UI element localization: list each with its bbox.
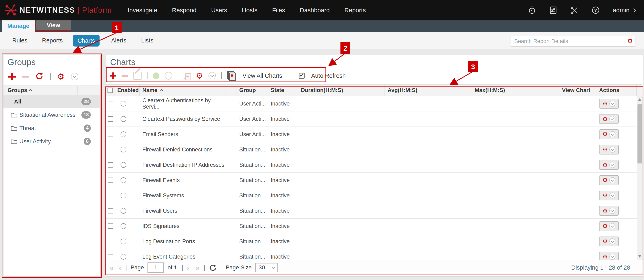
tab-view[interactable]: View bbox=[36, 20, 71, 30]
first-page-button[interactable]: « bbox=[110, 264, 113, 272]
chart-name[interactable]: Firewall Events bbox=[140, 177, 226, 184]
row-actions-button[interactable]: ⚙ bbox=[599, 130, 619, 139]
tab-manage[interactable]: Manage bbox=[2, 20, 35, 32]
row-actions-button[interactable]: ⚙ bbox=[599, 206, 619, 216]
chart-name[interactable]: Firewall Systems bbox=[140, 192, 226, 199]
column-header-avg[interactable]: Avg(H:M:S) bbox=[385, 84, 472, 96]
chart-table-row[interactable]: Firewall Users Situation... Inactive ⚙ bbox=[106, 203, 637, 218]
chevron-down-icon[interactable] bbox=[208, 72, 216, 80]
group-row-all[interactable]: All 28 bbox=[4, 95, 100, 108]
column-header-max[interactable]: Max(H:M:S) bbox=[472, 84, 559, 96]
column-header-actions[interactable]: Actions bbox=[596, 84, 637, 96]
page-size-select[interactable]: 30 bbox=[256, 263, 278, 272]
row-checkbox[interactable] bbox=[108, 162, 113, 168]
row-checkbox[interactable] bbox=[108, 239, 113, 244]
column-header-group[interactable]: Group bbox=[236, 84, 268, 96]
help-icon[interactable]: ? bbox=[592, 6, 600, 14]
column-header-view-chart[interactable]: View Chart bbox=[559, 84, 596, 96]
enabled-radio[interactable] bbox=[120, 162, 126, 168]
enabled-radio[interactable] bbox=[120, 132, 126, 137]
scroll-down-arrow[interactable] bbox=[638, 255, 641, 258]
row-actions-button[interactable]: ⚙ bbox=[599, 160, 619, 170]
groups-column-header[interactable]: Groups bbox=[4, 86, 100, 95]
user-menu[interactable]: admin bbox=[613, 7, 636, 14]
chart-table-row[interactable]: Cleartext Authentications by Servi... Us… bbox=[106, 96, 637, 112]
enabled-radio[interactable] bbox=[120, 223, 126, 229]
group-row[interactable]: User Activity 6 bbox=[4, 135, 100, 148]
scroll-up-arrow[interactable] bbox=[638, 98, 641, 101]
chart-table-row[interactable]: Firewall Denied Connections Situation...… bbox=[106, 142, 637, 157]
row-actions-button[interactable]: ⚙ bbox=[599, 252, 619, 260]
disable-chart-button[interactable] bbox=[164, 72, 172, 80]
edit-chart-button[interactable] bbox=[134, 72, 142, 80]
row-checkbox[interactable] bbox=[108, 254, 113, 260]
row-checkbox[interactable] bbox=[108, 147, 113, 152]
row-actions-button[interactable]: ⚙ bbox=[599, 175, 619, 185]
chart-name[interactable]: Firewall Denied Connections bbox=[140, 146, 226, 153]
enabled-radio[interactable] bbox=[120, 101, 126, 106]
timer-icon[interactable] bbox=[528, 6, 536, 14]
view-all-charts-icon[interactable] bbox=[227, 71, 236, 80]
select-all-checkbox[interactable] bbox=[108, 88, 113, 93]
subtab-lists[interactable]: Lists bbox=[141, 32, 154, 50]
row-checkbox[interactable] bbox=[108, 116, 113, 122]
add-group-button[interactable] bbox=[8, 73, 16, 80]
nav-item[interactable]: Files bbox=[272, 7, 285, 14]
column-header-duration[interactable]: Duration(H:M:S) bbox=[298, 84, 385, 96]
auto-refresh-checkbox[interactable] bbox=[299, 73, 304, 78]
chart-table-row[interactable]: Log Event Categories Situation... Inacti… bbox=[106, 249, 637, 260]
row-checkbox[interactable] bbox=[108, 224, 113, 229]
duplicate-chart-button[interactable] bbox=[184, 72, 190, 80]
row-checkbox[interactable] bbox=[108, 178, 113, 183]
search-gear-icon[interactable]: ⚙ bbox=[627, 38, 633, 44]
row-actions-button[interactable]: ⚙ bbox=[599, 99, 619, 108]
page-number-input[interactable] bbox=[148, 262, 164, 273]
subtab-charts-active[interactable]: Charts bbox=[73, 35, 100, 46]
row-checkbox[interactable] bbox=[108, 132, 113, 137]
chart-name[interactable]: Cleartext Passwords by Service bbox=[140, 116, 226, 122]
add-chart-button[interactable] bbox=[110, 72, 116, 79]
charts-gear-icon[interactable]: ⚙ bbox=[196, 72, 203, 80]
chart-table-row[interactable]: Cleartext Passwords by Service User Acti… bbox=[106, 112, 637, 127]
previous-page-button[interactable]: ‹ bbox=[119, 264, 121, 272]
enabled-radio[interactable] bbox=[120, 193, 126, 198]
enabled-radio[interactable] bbox=[120, 208, 126, 214]
chart-table-row[interactable]: Log Destination Ports Situation... Inact… bbox=[106, 234, 637, 249]
nav-item[interactable]: Users bbox=[211, 7, 227, 14]
chart-table-row[interactable]: Firewall Destination IP Addresses Situat… bbox=[106, 157, 637, 173]
nav-item[interactable]: Reports bbox=[344, 7, 366, 14]
row-actions-button[interactable]: ⚙ bbox=[599, 190, 619, 200]
chart-table-row[interactable]: Email Senders User Acti... Inactive ⚙ bbox=[106, 127, 637, 142]
column-header-enabled[interactable]: Enabled bbox=[114, 84, 140, 96]
column-header-name[interactable]: Name bbox=[140, 84, 226, 96]
enabled-radio[interactable] bbox=[120, 116, 126, 122]
chart-table-row[interactable]: IDS Signatures Situation... Inactive ⚙ bbox=[106, 218, 637, 234]
refresh-groups-button[interactable] bbox=[35, 72, 44, 81]
row-actions-button[interactable]: ⚙ bbox=[599, 145, 619, 154]
enabled-radio[interactable] bbox=[120, 177, 126, 183]
next-page-button[interactable]: › bbox=[187, 264, 189, 272]
view-all-charts-button[interactable]: View All Charts bbox=[242, 72, 282, 79]
remove-chart-button[interactable] bbox=[122, 75, 128, 77]
preferences-icon[interactable] bbox=[549, 6, 557, 14]
nav-item[interactable]: Hosts bbox=[242, 7, 258, 14]
nav-item[interactable]: Respond bbox=[172, 7, 196, 14]
nav-item[interactable]: Dashboard bbox=[300, 7, 330, 14]
chart-table-row[interactable]: Firewall Systems Situation... Inactive ⚙ bbox=[106, 188, 637, 203]
enabled-radio[interactable] bbox=[120, 147, 126, 152]
row-actions-button[interactable]: ⚙ bbox=[599, 114, 619, 124]
group-row[interactable]: Situational Awareness 18 bbox=[4, 108, 100, 122]
row-checkbox[interactable] bbox=[108, 101, 113, 106]
brand-logo[interactable]: NETWITNESS | Platform bbox=[4, 4, 112, 17]
groups-gear-icon[interactable]: ⚙ bbox=[57, 72, 64, 80]
row-checkbox[interactable] bbox=[108, 193, 113, 198]
enable-chart-button[interactable] bbox=[153, 72, 159, 79]
refresh-table-button[interactable] bbox=[209, 264, 217, 272]
row-actions-button[interactable]: ⚙ bbox=[599, 236, 619, 246]
chart-name[interactable]: Firewall Users bbox=[140, 208, 226, 214]
remove-group-button[interactable] bbox=[22, 76, 29, 78]
select-all-checkbox-cell[interactable] bbox=[106, 84, 114, 96]
row-actions-button[interactable]: ⚙ bbox=[599, 221, 619, 231]
chart-name[interactable]: Cleartext Authentications by Servi... bbox=[140, 97, 226, 110]
chart-name[interactable]: IDS Signatures bbox=[140, 223, 226, 230]
